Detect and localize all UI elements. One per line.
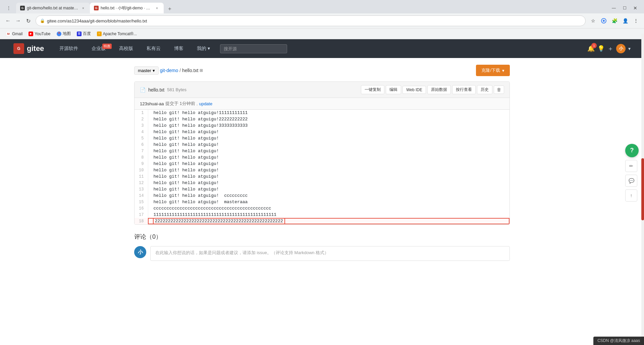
float-top-action[interactable]: ↑	[625, 189, 637, 202]
page-content: G gitee 开源软件 企业版 特惠 高校版 私有云 博客 我的 ▾ 🔔 1 …	[0, 39, 644, 345]
tab-1-close[interactable]: ×	[80, 5, 86, 11]
nav-enterprise[interactable]: 企业版 特惠	[88, 44, 109, 54]
line-number: 16	[135, 205, 148, 212]
refresh-button[interactable]: ↻	[23, 16, 33, 25]
line-number: 13	[135, 186, 148, 192]
nav-buttons: ← → ↻	[3, 16, 33, 25]
bookmark-youtube-label: YouTube	[35, 32, 50, 36]
line-number: 8	[135, 154, 148, 161]
file-info: 📄 hello.txt 581 Bytes	[140, 87, 186, 93]
clone-download-btn[interactable]: 克隆/下载 ▾	[476, 65, 510, 76]
line-number: 5	[135, 135, 148, 141]
back-button[interactable]: ←	[3, 16, 13, 25]
table-row: 2hello git! hello atguigu!22222222222	[135, 116, 509, 122]
gmail-favicon: M	[6, 32, 11, 36]
nav-opensource[interactable]: 开源软件	[56, 44, 82, 54]
maps-favicon: 📍	[57, 32, 61, 36]
comment-section: 评论（0） 小 在此输入你想说的话，如果是问题或者建议，请添加 issue。（评…	[134, 225, 510, 261]
right-scrollbar[interactable]	[641, 34, 644, 345]
commit-time: 1分钟前	[180, 101, 195, 107]
code-table: 1hello git! hello atguigu!111111111112he…	[135, 110, 509, 224]
browser-tabs: G git-demo/hello.txt at master · ... × G…	[16, 3, 609, 13]
close-window-btn[interactable]: ✕	[631, 3, 640, 13]
path-separator-1: /	[179, 68, 181, 73]
table-row: 11hello git! hello atguigu!	[135, 173, 509, 180]
nav-private-cloud[interactable]: 私有云	[143, 44, 164, 54]
line-number: 2	[135, 116, 148, 122]
bookmark-btn[interactable]: ☆	[588, 16, 598, 25]
line-view-btn[interactable]: 按行查看	[452, 85, 476, 94]
raw-data-btn[interactable]: 原始数据	[427, 85, 451, 94]
file-header: 📄 hello.txt 581 Bytes 一键复制 编辑 Web IDE 原始…	[135, 82, 509, 98]
tab-2-close[interactable]: ×	[154, 5, 160, 11]
user-avatar-nav[interactable]: 小	[616, 44, 626, 53]
more-btn[interactable]: ⋮	[631, 16, 641, 25]
table-row: 1hello git! hello atguigu!11111111111	[135, 110, 509, 116]
branch-select[interactable]: master ▾	[134, 66, 159, 75]
help-button[interactable]: ?	[625, 144, 639, 157]
address-bar[interactable]: 🔒 gitee.com/as1234aaa/git-demo/blob/mast…	[36, 15, 586, 26]
commit-row: 123shuai-aa 提交于 1分钟前 . update	[135, 98, 509, 110]
commit-action-text: 提交于	[165, 101, 178, 107]
gitee-logo-text: gitee	[27, 44, 44, 53]
line-code: hello git! hello atguigu!33333333333	[148, 122, 509, 129]
file-type-icon: 📄	[140, 87, 146, 93]
commit-author[interactable]: 123shuai-aa	[140, 101, 164, 106]
bookmark-maps[interactable]: 📍 地图	[54, 30, 73, 38]
comment-input[interactable]: 在此输入你想说的话，如果是问题或者建议，请添加 issue。（评论支持 Mark…	[150, 246, 510, 261]
minimize-btn[interactable]: —	[609, 3, 619, 13]
tab-2-favicon: G	[94, 6, 99, 10]
bookmark-tomcat[interactable]: T Apache Tomcat®...	[94, 31, 140, 37]
delete-btn[interactable]: 🗑	[494, 85, 504, 94]
browser-titlebar: ⋮ G git-demo/hello.txt at master · ... ×…	[0, 0, 644, 13]
nav-plus-btn[interactable]: ＋	[607, 45, 613, 53]
line-code: hello git! hello atguigu!	[148, 135, 509, 141]
extensions-btn[interactable]: 🧩	[610, 16, 619, 25]
bookmark-tomcat-label: Apache Tomcat®...	[103, 32, 137, 36]
nav-search-input[interactable]	[220, 44, 287, 53]
comment-user-avatar: 小	[134, 246, 146, 258]
nav-blog[interactable]: 博客	[171, 44, 187, 54]
commit-message[interactable]: update	[199, 101, 212, 106]
maximize-btn[interactable]: ☐	[620, 3, 629, 13]
float-chat-action[interactable]: 💬	[625, 175, 637, 187]
line-code: cccccccccccccccccccccccccccccccccccccccc…	[148, 205, 509, 212]
file-name-display: hello.txt	[148, 87, 164, 93]
line-code: hello git! hello atguigu!	[148, 154, 509, 161]
gitee-navbar: G gitee 开源软件 企业版 特惠 高校版 私有云 博客 我的 ▾ 🔔 1 …	[0, 39, 644, 58]
forward-button[interactable]: →	[13, 16, 23, 25]
tab-controls: — ☐ ✕	[609, 3, 640, 13]
line-code: hello git! hello atguigu!	[148, 167, 509, 173]
chrome-icon[interactable]	[599, 16, 608, 25]
float-edit-action[interactable]: ✏	[625, 160, 637, 172]
nav-lightbulb[interactable]: 💡	[597, 45, 605, 52]
notification-bell[interactable]: 🔔 1	[587, 45, 595, 52]
bookmark-baidu-label: 百度	[83, 31, 91, 37]
table-row: 16cccccccccccccccccccccccccccccccccccccc…	[135, 205, 509, 212]
float-right-panel: ? ✏ 💬 ↑	[625, 144, 639, 202]
profile-btn[interactable]: 👤	[621, 16, 630, 25]
file-view: 📄 hello.txt 581 Bytes 一键复制 编辑 Web IDE 原始…	[134, 81, 510, 225]
new-tab-button[interactable]: ＋	[165, 4, 174, 13]
nav-mine[interactable]: 我的 ▾	[194, 44, 213, 54]
baidu-favicon: 百	[77, 32, 82, 36]
history-btn[interactable]: 历史	[477, 85, 492, 94]
web-ide-btn[interactable]: Web IDE	[402, 86, 426, 94]
nav-university[interactable]: 高校版	[116, 44, 137, 54]
edit-btn[interactable]: 编辑	[386, 85, 401, 94]
browser-actions: ☆ 🧩 👤 ⋮	[588, 16, 641, 25]
browser-tab-1[interactable]: G git-demo/hello.txt at master · ... ×	[16, 3, 90, 13]
tab-list-btn[interactable]: ⋮	[4, 3, 13, 13]
table-row: 1711111111111111111111111111111111111111…	[135, 212, 509, 218]
repo-link[interactable]: git-demo	[160, 68, 178, 73]
browser-tab-2[interactable]: G hello.txt · 小明/git-demo · Gite... ×	[90, 3, 164, 13]
gitee-logo[interactable]: G gitee	[13, 43, 44, 54]
bookmark-youtube[interactable]: ▶ YouTube	[26, 31, 53, 37]
line-code: hello git! hello atguigu!	[148, 129, 509, 135]
one-click-copy-btn[interactable]: 一键复制	[361, 85, 384, 94]
line-number: 9	[135, 161, 148, 167]
copy-path-icon[interactable]: ⊞	[200, 68, 203, 73]
line-code: hello git! hello atguigu!	[148, 148, 509, 154]
bookmark-baidu[interactable]: 百 百度	[74, 30, 94, 38]
bookmark-gmail[interactable]: M Gmail	[3, 31, 25, 37]
